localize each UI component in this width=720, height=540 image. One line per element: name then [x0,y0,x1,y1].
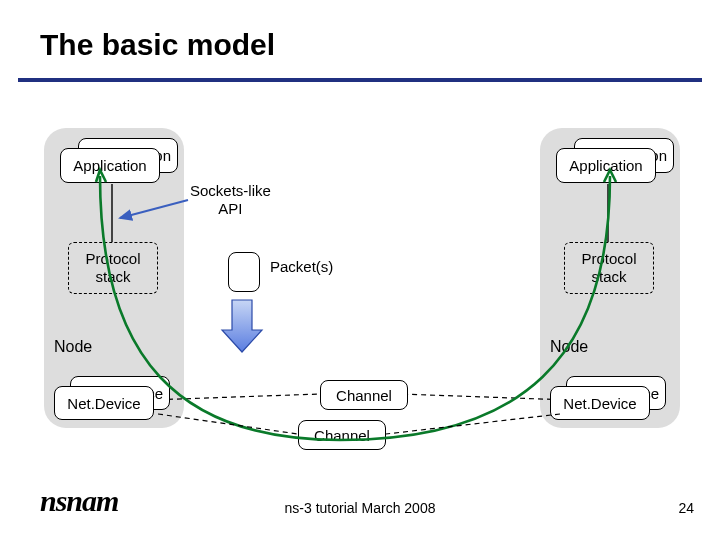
channel-box-top: Channel [320,380,408,410]
application-box-right: Application [556,148,656,183]
netdevice-box-left: Net.Device [54,386,154,420]
title-rule [18,78,702,82]
page-number: 24 [678,500,694,516]
netdevice-box-right: Net.Device [550,386,650,420]
node-label-right: Node [550,338,588,356]
svg-line-6 [386,414,560,434]
sockets-label: Sockets-like API [190,182,271,218]
protocol-stack-left: Protocol stack [68,242,158,294]
page-title: The basic model [40,28,275,62]
channel-box-bottom: Channel [298,420,386,450]
footer-text: ns-3 tutorial March 2008 [0,500,720,516]
packet-box [228,252,260,292]
packets-label: Packet(s) [270,258,333,276]
application-box-left: Application [60,148,160,183]
node-label-left: Node [54,338,92,356]
protocol-stack-right: Protocol stack [564,242,654,294]
